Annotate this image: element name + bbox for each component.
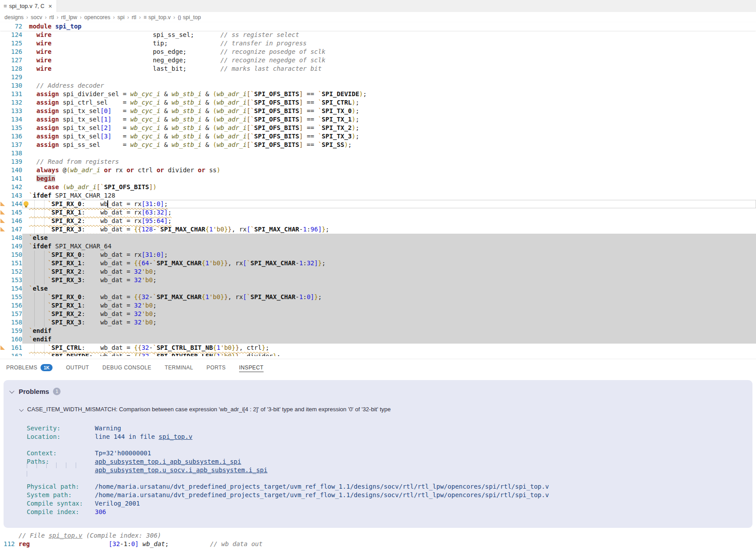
code-line-content[interactable]: `SPI_RX_1: wb_dat = rx[63:32]; [22,208,756,217]
gutter-marker-area[interactable] [0,31,6,39]
code-line[interactable]: 162 `SPI_DEVIDE: wb_dat = {{32-`SPI_DIVI… [0,352,756,356]
code-line[interactable]: 150 `SPI_RX_0: wb_dat = rx[31:0]; [0,251,756,259]
code-line[interactable]: 146 `SPI_RX_2: wb_dat = rx[95:64]; [0,217,756,225]
breadcrumb-item[interactable]: opencores [84,14,110,20]
panel-tab-problems[interactable]: PROBLEMS1K [6,364,53,372]
line-number[interactable]: 141 [6,174,22,183]
line-number[interactable]: 126 [6,48,22,56]
code-line-content[interactable]: `else [22,234,756,242]
line-number[interactable]: 153 [6,276,22,284]
gutter-marker-area[interactable] [0,132,6,141]
editor-tab[interactable]: ≡ spi_top.v 7, C × [0,0,57,12]
line-number[interactable]: 161 [6,344,22,352]
code-line-content[interactable]: always @(wb_adr_i or rx or ctrl or divid… [22,166,756,174]
gutter-marker-area[interactable] [0,98,6,107]
code-line-content[interactable]: `SPI_RX_2: wb_dat = 32'b0; [22,267,756,276]
code-line-content[interactable]: `SPI_RX_3: wb_dat = 32'b0; [22,318,756,327]
code-line[interactable]: 145 `SPI_RX_1: wb_dat = rx[63:32]; [0,208,756,217]
code-line-content[interactable]: wire tip; // transfer in progress [22,39,756,48]
line-number[interactable]: 157 [6,310,22,318]
code-line-content[interactable]: `SPI_RX_0: wb_dat = rx[31:0]; [22,200,756,208]
line-number[interactable]: 146 [6,217,22,225]
gutter-marker-area[interactable] [0,234,6,242]
code-line[interactable]: 157 `SPI_RX_2: wb_dat = 32'b0; [0,310,756,318]
code-line[interactable]: 153 `SPI_RX_3: wb_dat = 32'b0; [0,276,756,284]
code-line-content[interactable]: `SPI_RX_2: wb_dat = 32'b0; [22,310,756,318]
code-line-content[interactable] [22,73,756,81]
line-number[interactable]: 132 [6,98,22,107]
code-line[interactable]: 137 assign spi_ss_sel = wb_cyc_i & wb_st… [0,141,756,149]
code-line[interactable]: 142 case (wb_adr_i[`SPI_OFS_BITS]) [0,183,756,191]
code-line[interactable]: 138 [0,149,756,158]
code-line-content[interactable]: begin [22,174,756,183]
code-line[interactable]: 161 `SPI_CTRL: wb_dat = {{32-`SPI_CTRL_B… [0,344,756,352]
code-line[interactable]: 132 assign spi_ctrl_sel = wb_cyc_i & wb_… [0,98,756,107]
code-line[interactable]: 160`endif [0,335,756,344]
gutter-marker-area[interactable] [0,217,6,225]
line-number[interactable]: 154 [6,284,22,293]
line-number[interactable]: 137 [6,141,22,149]
gutter-marker-area[interactable] [0,73,6,81]
gutter-marker-area[interactable] [0,65,6,73]
gutter-marker-area[interactable] [0,208,6,217]
code-line[interactable]: 143`ifdef SPI_MAX_CHAR_128 [0,191,756,200]
line-number[interactable]: 72 [6,22,22,31]
code-line[interactable]: 154`else [0,284,756,293]
breadcrumb-item[interactable]: rtl [132,14,136,20]
gutter-marker-area[interactable] [0,39,6,48]
code-line[interactable]: 140 always @(wb_adr_i or rx or ctrl or d… [0,166,756,174]
code-line-content[interactable]: assign spi_tx_sel[3] = wb_cyc_i & wb_stb… [22,132,756,141]
gutter-marker-area[interactable] [0,327,6,335]
code-line-content[interactable]: assign spi_ctrl_sel = wb_cyc_i & wb_stb_… [22,98,756,107]
line-number[interactable]: 148 [6,234,22,242]
lightbulb-icon[interactable] [24,201,28,206]
gutter-marker-area[interactable] [0,166,6,174]
line-number[interactable]: 135 [6,124,22,132]
gutter-marker-area[interactable] [0,293,6,301]
breadcrumb-item[interactable]: {}spi_top [178,14,201,20]
line-number[interactable]: 127 [6,56,22,65]
code-line-content[interactable]: `SPI_RX_3: wb_dat = 32'b0; [22,276,756,284]
breadcrumb-item[interactable]: socv [31,14,42,20]
line-number[interactable]: 130 [6,81,22,90]
line-number[interactable]: 144 [6,200,22,208]
code-line[interactable]: 141 begin [0,174,756,183]
code-line-content[interactable]: `SPI_RX_1: wb_dat = 32'b0; [22,301,756,310]
code-line[interactable]: 152 `SPI_RX_2: wb_dat = 32'b0; [0,267,756,276]
panel-tab-debug-console[interactable]: DEBUG CONSOLE [102,365,151,372]
code-line-content[interactable] [22,149,756,158]
gutter-marker-area[interactable] [0,267,6,276]
gutter-marker-area[interactable] [0,251,6,259]
code-line-content[interactable]: `endif [22,327,756,335]
chevron-down-icon[interactable] [9,388,14,393]
chevron-down-icon[interactable] [19,407,24,411]
line-number[interactable]: 162 [6,352,22,356]
line-number[interactable]: 138 [6,149,22,158]
code-line[interactable]: 159`endif [0,327,756,335]
breadcrumb-item[interactable]: rtl [49,14,54,20]
gutter-marker-area[interactable] [0,141,6,149]
gutter-marker-area[interactable] [0,149,6,158]
breadcrumb-item[interactable]: designs [4,14,24,20]
code-line[interactable]: 149`ifdef SPI_MAX_CHAR_64 [0,242,756,251]
code-line-content[interactable]: // Address decoder [22,81,756,90]
breadcrumb-item[interactable]: ≡spi_top.v [143,14,171,20]
code-line[interactable]: 126 wire pos_edge; // recognize posedge … [0,48,756,56]
detail-link[interactable]: spi_top.v [159,433,192,440]
gutter-marker-area[interactable] [0,115,6,124]
gutter-marker-area[interactable] [0,90,6,98]
line-number[interactable]: 160 [6,335,22,344]
detail-link[interactable]: apb_subsystem_top.i_apb_subsystem.i_spi [95,458,241,465]
code-line[interactable]: 72module spi_top [0,22,756,31]
line-number[interactable]: 133 [6,107,22,115]
code-line-content[interactable]: `SPI_CTRL: wb_dat = {{32-`SPI_CTRL_BIT_N… [22,344,756,352]
line-number[interactable]: 155 [6,293,22,301]
gutter-marker-area[interactable] [0,276,6,284]
gutter-marker-area[interactable] [0,124,6,132]
code-line-content[interactable]: wire pos_edge; // recognize posedge of s… [22,48,756,56]
code-line-content[interactable]: `SPI_RX_2: wb_dat = rx[95:64]; [22,217,756,225]
gutter-marker-area[interactable] [0,191,6,200]
line-number[interactable]: 140 [6,166,22,174]
panel-tab-output[interactable]: OUTPUT [66,365,89,372]
code-line[interactable]: 130 // Address decoder [0,81,756,90]
